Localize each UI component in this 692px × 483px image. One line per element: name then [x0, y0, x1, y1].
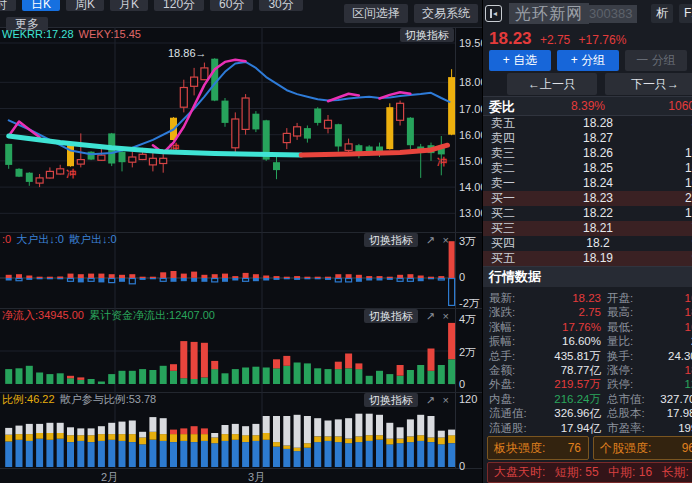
right-arrow-icon: →	[667, 77, 679, 91]
analyze-button[interactable]: 析	[651, 4, 673, 23]
order-imbalance-header: 委比 8.39% 1060.6	[483, 96, 692, 116]
market-data-row: 振幅:16.60%量比:2.3	[483, 334, 692, 348]
stock-strength-value: 96	[682, 437, 692, 459]
market-data-title: 行情数据	[489, 269, 541, 284]
sub-axis-label: 0	[459, 460, 465, 472]
sub-axis-label: -2万	[459, 296, 480, 311]
field-value: 435.81万	[523, 349, 601, 363]
level-price: 18.22	[573, 206, 623, 221]
add-group-button[interactable]: + 分组	[557, 50, 619, 71]
level-volume: 289	[685, 191, 692, 206]
stock-name: 光环新网	[509, 3, 589, 24]
field-label: 涨跌:	[489, 305, 515, 319]
level-price: 18.2	[573, 236, 623, 251]
remove-group-button[interactable]: 一 分组	[625, 50, 687, 71]
market-data-row: 总手:435.81万换手:24.30%	[483, 349, 692, 363]
f1-button[interactable]: F1	[679, 4, 692, 23]
wekrr-value: WEKRR:17.28	[2, 28, 74, 40]
ask-row[interactable]: 卖五18.2886	[483, 116, 692, 131]
main-candlestick-chart[interactable]: 冲冲冲18.86→	[0, 27, 482, 232]
price-change: +2.75	[540, 33, 570, 47]
switch-indicator-button[interactable]: 切换指标	[400, 28, 454, 42]
bid-row[interactable]: 买四18.296	[483, 236, 692, 251]
level-label: 买一	[491, 191, 515, 206]
level-label: 买五	[491, 251, 515, 266]
field-label: 流通股:	[489, 421, 527, 435]
level-price: 18.27	[573, 131, 623, 146]
field-value: 17.98亿	[629, 406, 692, 420]
market-timing-box: 大盘天时: 短期: 55 中期: 16 长期: 18	[487, 462, 692, 483]
field-label: 总手:	[489, 349, 515, 363]
bid-row[interactable]: 买二18.22125	[483, 206, 692, 221]
level-price: 18.21	[573, 221, 623, 236]
cut-label: :0	[2, 233, 11, 245]
field-value: 18.5	[629, 305, 692, 319]
prev-stock-button[interactable]: ←上一只	[507, 73, 597, 95]
close-icon[interactable]: ×	[443, 309, 449, 323]
field-value: 2.75	[523, 305, 601, 319]
collapse-panel-icon[interactable]: ◂	[485, 5, 502, 22]
bid-row[interactable]: 买一18.23289	[483, 191, 692, 206]
sub-axis-label: 2万	[459, 345, 476, 360]
close-icon[interactable]: ×	[443, 233, 449, 247]
bid-row[interactable]: 买三18.2175	[483, 221, 692, 236]
price-annotation: 18.86→	[168, 47, 207, 59]
add-watchlist-button[interactable]: + 自选	[489, 50, 551, 71]
stock-strength-label: 个股强度:	[600, 441, 651, 455]
level-label: 买二	[491, 206, 515, 221]
level-volume: 184	[685, 146, 692, 161]
expand-icon[interactable]: ↗	[426, 309, 435, 323]
collapse-arrow: ◂	[493, 9, 497, 18]
level-price: 18.19	[573, 251, 623, 266]
market-data-row: 流通股:17.94亿市盈率:199.8	[483, 421, 692, 435]
field-label: 内盘:	[489, 392, 515, 406]
timing-label: 大盘天时:	[494, 465, 545, 479]
sub-axis-label: 3万	[459, 234, 476, 249]
level-volume: 107	[685, 176, 692, 191]
field-label: 金额:	[489, 363, 515, 377]
price-row: 18.23 +2.75 +17.76%	[489, 29, 626, 49]
ratio-label: 比例:46.22	[2, 393, 55, 405]
weibi-label: 委比	[489, 98, 515, 116]
market-data-row: 涨幅:17.76%最低:16.0	[483, 320, 692, 334]
ask-row[interactable]: 卖三18.26184	[483, 146, 692, 161]
fund-battle-header: :0 大户出↓:0 散户出↓:0 切换指标 ↗ ×	[0, 233, 482, 247]
sector-strength-label: 板块强度:	[494, 441, 545, 455]
sub-axis-label: 0	[459, 378, 465, 390]
switch-indicator-button[interactable]: 切换指标	[364, 309, 418, 323]
market-data-row: 内盘:216.24万总市值:327.70亿	[483, 392, 692, 406]
market-data-row: 流通值:326.96亿总股本:17.98亿	[483, 406, 692, 420]
market-data-row: 金额:78.77亿涨停:18.5	[483, 363, 692, 377]
close-icon[interactable]: ×	[443, 393, 449, 407]
level-label: 买三	[491, 221, 515, 236]
bid-row[interactable]: 买五18.1997	[483, 251, 692, 266]
level-label: 卖五	[491, 116, 515, 131]
ask-row[interactable]: 卖二18.25185	[483, 161, 692, 176]
sub-axis-label: 120	[459, 393, 477, 405]
quote-panel: ◂ 光环新网 300383 析 F1 18.23 +2.75 +17.76% +…	[482, 0, 692, 483]
field-value: 219.57万	[523, 377, 601, 391]
ask-row[interactable]: 卖四18.2715	[483, 131, 692, 146]
ask-row[interactable]: 卖一18.24107	[483, 176, 692, 191]
level-label: 买四	[491, 236, 515, 251]
price-change-pct: +17.76%	[579, 33, 627, 47]
field-value: 326.96亿	[523, 406, 601, 420]
expand-icon[interactable]: ↗	[426, 233, 435, 247]
field-value: 12.3	[629, 377, 692, 391]
switch-indicator-button[interactable]: 切换指标	[364, 393, 418, 407]
timing-mid: 中期: 16	[608, 465, 652, 479]
field-value: 216.24万	[523, 392, 601, 406]
sector-strength-value: 76	[568, 437, 581, 459]
market-data-header: 行情数据	[483, 266, 692, 287]
field-value: 24.30%	[629, 349, 692, 363]
timing-short: 短期: 55	[555, 465, 599, 479]
next-stock-button[interactable]: 下一只→	[605, 73, 692, 95]
expand-icon[interactable]: ↗	[426, 393, 435, 407]
switch-indicator-button[interactable]: 切换指标	[364, 233, 418, 247]
field-label: 振幅:	[489, 334, 515, 348]
x-axis-mar-label: 3月	[248, 470, 265, 483]
sub-axis-label: 0	[459, 271, 465, 283]
x-axis-feb-label: 2月	[101, 470, 118, 483]
field-value: 18.5	[629, 363, 692, 377]
level-volume: 125	[685, 206, 692, 221]
